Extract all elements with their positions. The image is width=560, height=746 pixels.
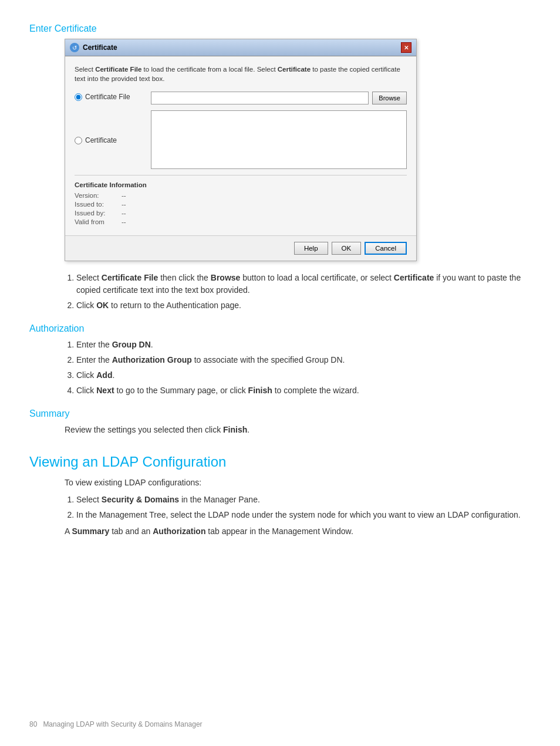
- cert-file-input[interactable]: [151, 92, 369, 104]
- auth-step4-bold1: Next: [96, 386, 114, 395]
- dialog-titlebar: Certificate ✕: [65, 39, 416, 56]
- step1-bold3: Certificate: [394, 273, 434, 282]
- cert-file-radio-label[interactable]: Certificate File: [75, 93, 151, 101]
- dialog-icon: [70, 43, 79, 52]
- cert-version-row: Version: --: [75, 192, 407, 199]
- viewing-step1-bold: Security & Domains: [102, 495, 179, 504]
- footer-text: Managing LDAP with Security & Domains Ma…: [43, 720, 202, 728]
- step1-bold1: Certificate File: [102, 273, 158, 282]
- auth-step-4: Click Next to go to the Summary page, or…: [76, 384, 531, 397]
- dialog-description: Select Certificate File to load the cert…: [75, 65, 407, 83]
- authorization-steps: Enter the Group DN. Enter the Authorizat…: [65, 339, 531, 397]
- viewing-ldap-note: A Summary tab and an Authorization tab a…: [65, 525, 531, 538]
- cert-issued-to-row: Issued to: --: [75, 201, 407, 208]
- browse-button[interactable]: Browse: [372, 92, 407, 104]
- cert-file-radio[interactable]: [75, 93, 82, 101]
- cert-file-row: Certificate File Browse: [75, 92, 407, 104]
- auth-step3-bold: Add: [96, 370, 112, 380]
- cert-radio[interactable]: [75, 137, 82, 144]
- dialog-close-button[interactable]: ✕: [401, 42, 411, 53]
- cert-info-title: Certificate Information: [75, 181, 407, 188]
- issued-to-label: Issued to:: [75, 201, 122, 208]
- page-number: 80: [29, 720, 37, 728]
- help-button[interactable]: Help: [294, 242, 328, 255]
- page-footer: 80 Managing LDAP with Security & Domains…: [29, 720, 203, 728]
- enter-certificate-heading: Enter Certificate: [29, 23, 531, 34]
- viewing-ldap-heading: Viewing an LDAP Configuration: [29, 454, 531, 470]
- viewing-step-1: Select Security & Domains in the Manager…: [76, 493, 531, 506]
- certificate-dialog: Certificate ✕ Select Certificate File to…: [65, 39, 417, 261]
- issued-by-value: --: [122, 210, 126, 217]
- step1-bold2: Browse: [211, 273, 241, 282]
- viewing-ldap-intro: To view existing LDAP configurations:: [65, 476, 531, 489]
- cert-info-section: Certificate Information Version: -- Issu…: [75, 175, 407, 225]
- desc-text1: Select: [75, 66, 95, 73]
- auth-step4-bold2: Finish: [248, 386, 272, 395]
- desc-bold1: Certificate File: [95, 66, 141, 73]
- auth-step1-bold: Group DN: [112, 340, 151, 349]
- cert-file-label: Certificate File: [85, 93, 130, 101]
- auth-step-3: Click Add.: [76, 369, 531, 382]
- version-value: --: [122, 192, 126, 199]
- cert-text-row: Certificate: [75, 110, 407, 169]
- cert-issued-by-row: Issued by: --: [75, 210, 407, 217]
- viewing-ldap-content: To view existing LDAP configurations: Se…: [65, 476, 531, 538]
- viewing-step-2: In the Management Tree, select the LDAP …: [76, 508, 531, 521]
- desc-text2: to load the certificate from a local fil…: [141, 66, 277, 73]
- cert-valid-from-row: Valid from --: [75, 218, 407, 225]
- valid-from-value: --: [122, 218, 126, 225]
- authorization-heading: Authorization: [29, 323, 531, 334]
- titlebar-left: Certificate: [70, 43, 117, 52]
- cert-radio-label[interactable]: Certificate: [75, 136, 151, 144]
- viewing-ldap-section: Viewing an LDAP Configuration To view ex…: [29, 454, 531, 538]
- summary-section: Summary Review the settings you selected…: [29, 409, 531, 436]
- enter-cert-step-1: Select Certificate File then click the B…: [76, 272, 531, 296]
- note-bold2: Authorization: [153, 526, 205, 536]
- dialog-body: Select Certificate File to load the cert…: [65, 56, 416, 235]
- summary-heading: Summary: [29, 409, 531, 419]
- desc-bold2: Certificate: [278, 66, 311, 73]
- issued-by-label: Issued by:: [75, 210, 122, 217]
- auth-step-1: Enter the Group DN.: [76, 339, 531, 351]
- authorization-section: Authorization Enter the Group DN. Enter …: [29, 323, 531, 397]
- step2-bold1: OK: [96, 301, 109, 310]
- dialog-title: Certificate: [83, 43, 117, 52]
- summary-bold: Finish: [223, 425, 247, 434]
- issued-to-value: --: [122, 201, 126, 208]
- certificate-dialog-wrapper: Certificate ✕ Select Certificate File to…: [65, 39, 531, 261]
- dialog-footer: Help OK Cancel: [65, 235, 416, 261]
- auth-step-2: Enter the Authorization Group to associa…: [76, 354, 531, 366]
- viewing-ldap-steps: Select Security & Domains in the Manager…: [65, 493, 531, 522]
- enter-cert-step-2: Click OK to return to the Authentication…: [76, 299, 531, 312]
- summary-text: Review the settings you selected then cl…: [65, 424, 531, 436]
- note-bold1: Summary: [72, 526, 109, 536]
- auth-step2-bold: Authorization Group: [112, 355, 192, 364]
- version-label: Version:: [75, 192, 122, 199]
- cancel-button[interactable]: Cancel: [365, 242, 407, 255]
- ok-button[interactable]: OK: [332, 242, 362, 255]
- valid-from-label: Valid from: [75, 218, 122, 225]
- enter-certificate-section: Enter Certificate Certificate ✕ Select C…: [29, 23, 531, 312]
- cert-label: Certificate: [85, 136, 117, 144]
- enter-cert-steps: Select Certificate File then click the B…: [65, 272, 531, 312]
- cert-textarea[interactable]: [151, 110, 407, 169]
